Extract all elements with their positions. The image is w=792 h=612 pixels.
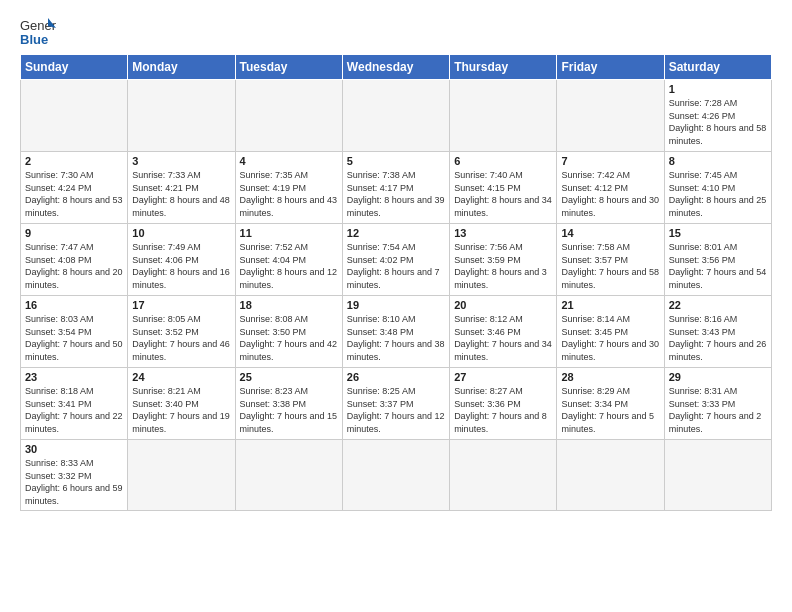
cell-info: Sunrise: 8:01 AM Sunset: 3:56 PM Dayligh… [669,241,767,291]
calendar-cell: 21Sunrise: 8:14 AM Sunset: 3:45 PM Dayli… [557,296,664,368]
day-number: 29 [669,371,767,383]
calendar-cell: 1Sunrise: 7:28 AM Sunset: 4:26 PM Daylig… [664,80,771,152]
cell-info: Sunrise: 7:33 AM Sunset: 4:21 PM Dayligh… [132,169,230,219]
calendar-cell [450,80,557,152]
calendar-cell: 19Sunrise: 8:10 AM Sunset: 3:48 PM Dayli… [342,296,449,368]
calendar-week-row: 9Sunrise: 7:47 AM Sunset: 4:08 PM Daylig… [21,224,772,296]
cell-info: Sunrise: 8:23 AM Sunset: 3:38 PM Dayligh… [240,385,338,435]
calendar-cell [342,440,449,511]
calendar-cell: 4Sunrise: 7:35 AM Sunset: 4:19 PM Daylig… [235,152,342,224]
calendar-cell [664,440,771,511]
cell-info: Sunrise: 8:10 AM Sunset: 3:48 PM Dayligh… [347,313,445,363]
cell-info: Sunrise: 8:16 AM Sunset: 3:43 PM Dayligh… [669,313,767,363]
day-number: 9 [25,227,123,239]
day-number: 1 [669,83,767,95]
cell-info: Sunrise: 8:29 AM Sunset: 3:34 PM Dayligh… [561,385,659,435]
calendar-header-friday: Friday [557,55,664,80]
day-number: 21 [561,299,659,311]
cell-info: Sunrise: 7:42 AM Sunset: 4:12 PM Dayligh… [561,169,659,219]
cell-info: Sunrise: 8:18 AM Sunset: 3:41 PM Dayligh… [25,385,123,435]
cell-info: Sunrise: 8:05 AM Sunset: 3:52 PM Dayligh… [132,313,230,363]
day-number: 30 [25,443,123,455]
cell-info: Sunrise: 7:45 AM Sunset: 4:10 PM Dayligh… [669,169,767,219]
calendar-cell: 20Sunrise: 8:12 AM Sunset: 3:46 PM Dayli… [450,296,557,368]
cell-info: Sunrise: 7:35 AM Sunset: 4:19 PM Dayligh… [240,169,338,219]
calendar-cell [450,440,557,511]
calendar-header-row: SundayMondayTuesdayWednesdayThursdayFrid… [21,55,772,80]
cell-info: Sunrise: 7:58 AM Sunset: 3:57 PM Dayligh… [561,241,659,291]
day-number: 24 [132,371,230,383]
day-number: 16 [25,299,123,311]
page: General Blue SundayMondayTuesdayWednesda… [0,0,792,521]
calendar-week-row: 16Sunrise: 8:03 AM Sunset: 3:54 PM Dayli… [21,296,772,368]
calendar-cell [235,80,342,152]
calendar-cell: 2Sunrise: 7:30 AM Sunset: 4:24 PM Daylig… [21,152,128,224]
day-number: 22 [669,299,767,311]
day-number: 10 [132,227,230,239]
calendar-cell: 3Sunrise: 7:33 AM Sunset: 4:21 PM Daylig… [128,152,235,224]
cell-info: Sunrise: 8:12 AM Sunset: 3:46 PM Dayligh… [454,313,552,363]
cell-info: Sunrise: 7:56 AM Sunset: 3:59 PM Dayligh… [454,241,552,291]
day-number: 26 [347,371,445,383]
cell-info: Sunrise: 8:33 AM Sunset: 3:32 PM Dayligh… [25,457,123,507]
calendar-cell: 17Sunrise: 8:05 AM Sunset: 3:52 PM Dayli… [128,296,235,368]
calendar-cell: 6Sunrise: 7:40 AM Sunset: 4:15 PM Daylig… [450,152,557,224]
cell-info: Sunrise: 7:52 AM Sunset: 4:04 PM Dayligh… [240,241,338,291]
calendar-cell: 10Sunrise: 7:49 AM Sunset: 4:06 PM Dayli… [128,224,235,296]
day-number: 3 [132,155,230,167]
calendar-week-row: 23Sunrise: 8:18 AM Sunset: 3:41 PM Dayli… [21,368,772,440]
day-number: 20 [454,299,552,311]
calendar-cell: 23Sunrise: 8:18 AM Sunset: 3:41 PM Dayli… [21,368,128,440]
day-number: 18 [240,299,338,311]
cell-info: Sunrise: 7:47 AM Sunset: 4:08 PM Dayligh… [25,241,123,291]
calendar-cell [128,440,235,511]
cell-info: Sunrise: 8:14 AM Sunset: 3:45 PM Dayligh… [561,313,659,363]
calendar-cell [235,440,342,511]
calendar-cell: 15Sunrise: 8:01 AM Sunset: 3:56 PM Dayli… [664,224,771,296]
calendar-cell: 29Sunrise: 8:31 AM Sunset: 3:33 PM Dayli… [664,368,771,440]
calendar-cell: 28Sunrise: 8:29 AM Sunset: 3:34 PM Dayli… [557,368,664,440]
calendar-cell [21,80,128,152]
calendar-cell: 30Sunrise: 8:33 AM Sunset: 3:32 PM Dayli… [21,440,128,511]
calendar-cell: 18Sunrise: 8:08 AM Sunset: 3:50 PM Dayli… [235,296,342,368]
calendar-header-sunday: Sunday [21,55,128,80]
day-number: 28 [561,371,659,383]
logo: General Blue [20,16,56,46]
header: General Blue [20,16,772,46]
calendar-cell: 7Sunrise: 7:42 AM Sunset: 4:12 PM Daylig… [557,152,664,224]
calendar-cell [557,440,664,511]
calendar-header-wednesday: Wednesday [342,55,449,80]
calendar-cell: 24Sunrise: 8:21 AM Sunset: 3:40 PM Dayli… [128,368,235,440]
calendar-header-thursday: Thursday [450,55,557,80]
day-number: 23 [25,371,123,383]
calendar-cell: 22Sunrise: 8:16 AM Sunset: 3:43 PM Dayli… [664,296,771,368]
cell-info: Sunrise: 7:30 AM Sunset: 4:24 PM Dayligh… [25,169,123,219]
cell-info: Sunrise: 8:31 AM Sunset: 3:33 PM Dayligh… [669,385,767,435]
day-number: 19 [347,299,445,311]
calendar-week-row: 30Sunrise: 8:33 AM Sunset: 3:32 PM Dayli… [21,440,772,511]
calendar-cell: 26Sunrise: 8:25 AM Sunset: 3:37 PM Dayli… [342,368,449,440]
calendar-cell: 9Sunrise: 7:47 AM Sunset: 4:08 PM Daylig… [21,224,128,296]
calendar-cell: 5Sunrise: 7:38 AM Sunset: 4:17 PM Daylig… [342,152,449,224]
cell-info: Sunrise: 8:03 AM Sunset: 3:54 PM Dayligh… [25,313,123,363]
cell-info: Sunrise: 8:27 AM Sunset: 3:36 PM Dayligh… [454,385,552,435]
day-number: 14 [561,227,659,239]
day-number: 17 [132,299,230,311]
cell-info: Sunrise: 7:38 AM Sunset: 4:17 PM Dayligh… [347,169,445,219]
day-number: 15 [669,227,767,239]
calendar-cell: 12Sunrise: 7:54 AM Sunset: 4:02 PM Dayli… [342,224,449,296]
generalblue-logo-icon: General Blue [20,16,56,46]
day-number: 4 [240,155,338,167]
calendar-header-saturday: Saturday [664,55,771,80]
svg-text:Blue: Blue [20,32,48,46]
cell-info: Sunrise: 8:21 AM Sunset: 3:40 PM Dayligh… [132,385,230,435]
calendar-cell: 13Sunrise: 7:56 AM Sunset: 3:59 PM Dayli… [450,224,557,296]
calendar-table: SundayMondayTuesdayWednesdayThursdayFrid… [20,54,772,511]
day-number: 13 [454,227,552,239]
calendar-cell: 16Sunrise: 8:03 AM Sunset: 3:54 PM Dayli… [21,296,128,368]
day-number: 2 [25,155,123,167]
calendar-cell: 27Sunrise: 8:27 AM Sunset: 3:36 PM Dayli… [450,368,557,440]
day-number: 5 [347,155,445,167]
cell-info: Sunrise: 7:28 AM Sunset: 4:26 PM Dayligh… [669,97,767,147]
calendar-cell [342,80,449,152]
